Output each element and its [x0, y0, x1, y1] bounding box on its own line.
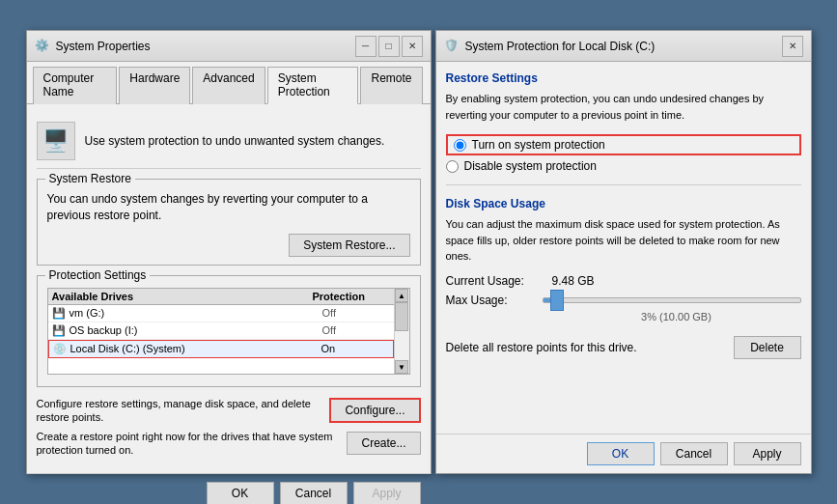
slider-pct-label: 3% (10.00 GB) — [552, 311, 801, 322]
tab-strip: Computer Name Hardware Advanced System P… — [27, 62, 431, 104]
sys-props-cancel-button[interactable]: Cancel — [280, 482, 348, 504]
tab-hardware[interactable]: Hardware — [119, 67, 190, 104]
slider-track — [543, 297, 801, 303]
delete-row: Delete all restore points for this drive… — [446, 336, 801, 359]
option-turn-on-label: Turn on system protection — [472, 138, 605, 152]
sp-apply-button[interactable]: Apply — [734, 442, 801, 465]
option-turn-on-radio[interactable] — [454, 139, 466, 152]
tab-advanced[interactable]: Advanced — [192, 67, 265, 104]
max-usage-label: Max Usage: — [446, 294, 543, 307]
scroll-up-arrow[interactable]: ▲ — [395, 289, 408, 302]
drive-table: Available Drives Protection 💾 vm (G:) Of… — [47, 288, 410, 375]
current-usage-row: Current Usage: 9.48 GB — [446, 274, 801, 288]
system-properties-window: ⚙️ System Properties ─ □ ✕ Computer Name… — [26, 30, 432, 474]
sys-props-bottom-buttons: OK Cancel Apply — [27, 473, 431, 504]
system-restore-group: System Restore You can undo system chang… — [37, 179, 421, 266]
sp-title-bar: 🛡️ System Protection for Local Disk (C:)… — [436, 31, 811, 62]
system-restore-button[interactable]: System Restore... — [289, 234, 409, 257]
system-restore-desc: You can undo system changes by reverting… — [47, 191, 410, 224]
header-text: Use system protection to undo unwanted s… — [85, 133, 385, 150]
sp-title: System Protection for Local Disk (C:) — [465, 40, 656, 53]
slider-thumb[interactable] — [550, 290, 564, 311]
delete-text: Delete all restore points for this drive… — [446, 341, 637, 354]
drive-os-protection: Off — [322, 324, 390, 336]
option-disable-row: Disable system protection — [446, 159, 801, 173]
col-protection-header: Protection — [313, 291, 390, 302]
current-usage-label: Current Usage: — [446, 274, 543, 288]
drive-table-header: Available Drives Protection — [48, 289, 394, 305]
drive-local-name: Local Disk (C:) (System) — [70, 343, 185, 354]
protection-settings-group: Protection Settings Available Drives Pro… — [37, 275, 421, 387]
create-text: Create a restore point right now for the… — [37, 430, 348, 458]
create-button[interactable]: Create... — [347, 432, 420, 455]
sp-icon: 🛡️ — [444, 39, 460, 54]
tab-remote[interactable]: Remote — [360, 67, 422, 104]
drive-vm-icon: 💾 — [52, 307, 66, 320]
protection-settings-label: Protection Settings — [45, 268, 151, 282]
sp-cancel-button[interactable]: Cancel — [660, 442, 728, 465]
option-disable-radio[interactable] — [446, 160, 459, 173]
maximize-button[interactable]: □ — [378, 36, 400, 57]
drive-row-vm[interactable]: 💾 vm (G:) Off — [48, 305, 394, 322]
restore-settings-section: Restore Settings By enabling system prot… — [446, 71, 801, 173]
configure-row: Configure restore settings, manage disk … — [37, 397, 421, 425]
desktop: ⚙️ System Properties ─ □ ✕ Computer Name… — [0, 0, 837, 504]
scrollbar[interactable]: ▲ ▼ — [394, 289, 409, 374]
drive-vm-name: vm (G:) — [70, 307, 105, 319]
sp-ok-button[interactable]: OK — [587, 442, 655, 465]
sp-close-button[interactable]: ✕ — [782, 36, 803, 57]
delete-button[interactable]: Delete — [734, 336, 801, 359]
current-usage-value: 9.48 GB — [552, 274, 595, 288]
configure-button[interactable]: Configure... — [329, 398, 420, 423]
restore-settings-label: Restore Settings — [446, 71, 801, 85]
tab-computer-name[interactable]: Computer Name — [33, 67, 118, 104]
sys-props-ok-button[interactable]: OK — [207, 482, 274, 504]
option-turn-on-box: Turn on system protection — [446, 134, 801, 155]
drive-os-name: OS backup (I:) — [70, 324, 138, 336]
drive-local-protection: On — [321, 343, 389, 354]
col-drives-header: Available Drives — [52, 291, 313, 302]
sp-content: Restore Settings By enabling system prot… — [436, 62, 811, 434]
sys-props-content: 🖥️ Use system protection to undo unwante… — [27, 104, 431, 473]
option-disable-label: Disable system protection — [464, 159, 597, 173]
drive-row-local-disk[interactable]: 💿 Local Disk (C:) (System) On — [48, 340, 394, 358]
scroll-down-arrow[interactable]: ▼ — [395, 360, 408, 374]
configure-text: Configure restore settings, manage disk … — [37, 397, 330, 425]
system-restore-label: System Restore — [45, 172, 135, 185]
sys-props-title: System Properties — [56, 40, 151, 53]
disk-usage-label: Disk Space Usage — [446, 197, 801, 210]
drive-vm-protection: Off — [322, 307, 390, 319]
disk-usage-section: Disk Space Usage You can adjust the maxi… — [446, 197, 801, 359]
disk-usage-desc: You can adjust the maximum disk space us… — [446, 216, 801, 265]
sp-local-disk-window: 🛡️ System Protection for Local Disk (C:)… — [435, 30, 812, 474]
restore-desc: By enabling system protection, you can u… — [446, 91, 801, 123]
header-section: 🖥️ Use system protection to undo unwante… — [37, 114, 421, 169]
sys-props-apply-button[interactable]: Apply — [353, 482, 421, 504]
drive-row-os-backup[interactable]: 💾 OS backup (I:) Off — [48, 322, 394, 340]
tab-system-protection[interactable]: System Protection — [267, 67, 359, 104]
close-button[interactable]: ✕ — [402, 36, 423, 57]
header-icon: 🖥️ — [37, 122, 75, 160]
slider-fill — [544, 298, 551, 302]
scrollbar-thumb[interactable] — [395, 302, 408, 331]
sp-bottom-buttons: OK Cancel Apply — [436, 434, 811, 473]
divider — [446, 184, 801, 185]
max-usage-row: Max Usage: — [446, 294, 801, 307]
sys-props-title-bar: ⚙️ System Properties ─ □ ✕ — [27, 31, 431, 62]
sys-props-icon: ⚙️ — [35, 39, 50, 54]
drive-local-icon: 💿 — [53, 343, 67, 355]
minimize-button[interactable]: ─ — [355, 36, 377, 57]
drive-os-icon: 💾 — [52, 324, 66, 337]
create-row: Create a restore point right now for the… — [37, 430, 421, 458]
